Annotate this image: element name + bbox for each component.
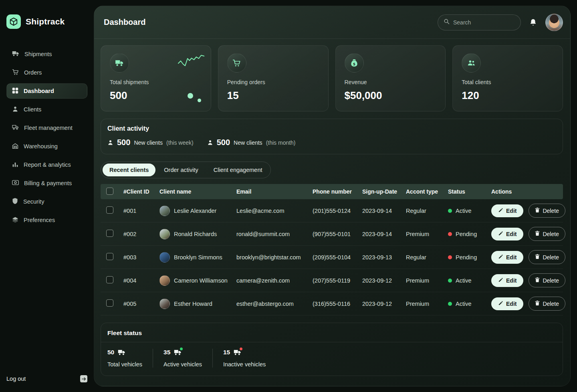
client-id: #003 [119, 254, 155, 261]
delete-label: Delete [543, 301, 559, 307]
sparkline-chart [178, 54, 204, 71]
delete-button[interactable]: Delete [529, 250, 565, 264]
delete-button[interactable]: Delete [529, 204, 565, 218]
stat-label: Revenue [345, 79, 437, 85]
column-header: Accont type [402, 188, 444, 195]
truck-inactive-icon [234, 349, 241, 356]
fleet-label: Active vehicles [163, 361, 202, 368]
client-name: Esther Howard [174, 301, 212, 307]
fleet-value: 50 [107, 349, 114, 356]
row-checkbox[interactable] [106, 230, 113, 237]
trash-icon [535, 254, 540, 261]
column-header: #Client ID [119, 188, 155, 195]
pencil-icon [498, 301, 503, 307]
metric-period: (this week) [166, 139, 194, 146]
sidebar-item-orders[interactable]: Orders [6, 65, 87, 80]
client-phone: (907)555-0101 [309, 231, 358, 237]
signup-date: 2023-09-14 [358, 208, 402, 214]
logout-button[interactable]: Log out [6, 375, 87, 382]
main-panel: Dashboard Total shipments 500 [94, 6, 571, 386]
status-label: Pending [456, 254, 477, 261]
metric-period: (this month) [266, 139, 296, 146]
person-icon [107, 139, 113, 145]
sidebar-item-label: Preferences [24, 217, 55, 223]
client-name: Brooklyn Simmons [174, 254, 222, 261]
metric-value: 500 [217, 138, 230, 147]
signup-date: 2023-09-13 [358, 254, 402, 261]
inactive-indicator-dot [240, 348, 242, 350]
search-box[interactable] [438, 14, 521, 30]
row-checkbox[interactable] [106, 253, 113, 260]
sidebar-item-fleet-management[interactable]: Fleet management [6, 120, 87, 135]
status-dot [448, 255, 452, 259]
user-avatar[interactable] [545, 14, 563, 31]
client-email: Leslie@acme.com [232, 208, 309, 214]
delete-button[interactable]: Delete [529, 273, 565, 287]
sidebar-item-security[interactable]: Security [6, 194, 87, 209]
avatar [159, 275, 170, 286]
edit-button[interactable]: Edit [491, 204, 523, 217]
select-all-checkbox[interactable] [106, 188, 113, 195]
bell-icon[interactable] [530, 18, 537, 26]
sidebar-item-clients[interactable]: Clients [6, 102, 87, 117]
edit-label: Edit [506, 208, 516, 214]
edit-button[interactable]: Edit [491, 274, 523, 287]
trash-icon [535, 230, 540, 237]
sidebar-item-billing-payments[interactable]: Billing & payments [6, 176, 87, 191]
column-header: Phone number [309, 188, 358, 195]
van-icon [12, 124, 19, 131]
tab-client-engagement[interactable]: Client engagement [207, 164, 269, 176]
client-phone: (207)555-0119 [309, 277, 358, 284]
client-email: camera@zenith.com [232, 277, 309, 284]
delete-button[interactable]: Delete [529, 227, 565, 241]
package-cube-icon [6, 14, 21, 29]
stat-card-total-clients: Total clients 120 [452, 45, 563, 111]
delete-label: Delete [543, 277, 559, 284]
logout-arrow-icon [80, 375, 87, 382]
tab-order-activity[interactable]: Order activity [157, 164, 205, 176]
status-label: Active [456, 277, 472, 284]
edit-button[interactable]: Edit [491, 251, 523, 264]
fleet-label: Inactive vehicles [223, 361, 266, 368]
row-checkbox[interactable] [106, 299, 113, 307]
table-row: #004 Cameron Williamson camera@zenith.co… [101, 269, 563, 292]
fleet-value: 15 [223, 349, 230, 356]
client-activity-title: Client activity [107, 125, 556, 132]
column-header: Email [232, 188, 309, 195]
row-checkbox[interactable] [106, 206, 113, 214]
client-email: ronald@summit.com [232, 231, 309, 237]
search-icon [444, 18, 450, 26]
pencil-icon [498, 208, 503, 214]
column-header: Client name [155, 188, 232, 195]
search-input[interactable] [453, 19, 509, 26]
warehouse-icon [12, 143, 18, 150]
edit-label: Edit [506, 231, 516, 237]
sidebar-item-shipments[interactable]: Shipments [6, 46, 87, 62]
logout-label: Log out [6, 376, 26, 382]
edit-button[interactable]: Edit [491, 228, 523, 240]
sidebar-item-preferences[interactable]: Preferences [6, 212, 87, 228]
edit-button[interactable]: Edit [491, 297, 523, 310]
client-name: Cameron Williamson [174, 277, 228, 284]
sidebar-item-report-analytics[interactable]: Report & analytics [6, 157, 87, 172]
metric-label: New clients [134, 139, 163, 146]
table-row: #005 Esther Howard esther@abstergo.com (… [101, 292, 563, 315]
trash-icon [535, 207, 540, 214]
sidebar-item-warehousing[interactable]: Warehousing [6, 139, 87, 154]
sidebar-item-dashboard[interactable]: Dashboard [6, 83, 87, 99]
table-row: #002 Ronald Richards ronald@summit.com (… [101, 222, 563, 246]
status-label: Pending [456, 231, 477, 237]
clients-table: #Client ID Client name Email Phone numbe… [101, 184, 563, 315]
delete-button[interactable]: Delete [529, 297, 565, 311]
client-name: Ronald Richards [174, 231, 217, 237]
person-icon [207, 139, 213, 145]
account-type: Premium [402, 231, 444, 237]
client-id: #001 [119, 208, 155, 214]
row-checkbox[interactable] [106, 276, 113, 283]
tab-recent-clients[interactable]: Recent clients [103, 164, 155, 176]
sidebar-item-label: Dashboard [24, 88, 54, 94]
column-header: Actions [487, 188, 563, 195]
truck-active-icon [174, 349, 182, 356]
spark-dot [198, 99, 201, 102]
person-icon [12, 106, 18, 113]
